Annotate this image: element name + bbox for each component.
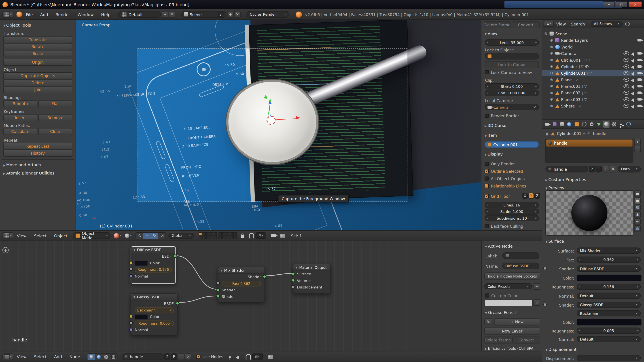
node-header[interactable]: Glossy BSDF <box>131 294 178 300</box>
outliner-row-plane[interactable]: ⊕ Plane | ▽ <box>542 76 644 83</box>
outliner-row-cylinder001[interactable]: ⊖ Cylinder.001 | ▽ <box>542 70 644 76</box>
outline-selected-checkbox[interactable]: Outline Selected <box>484 169 523 174</box>
object-tools-header[interactable]: Object Tools <box>3 23 31 27</box>
viewport-shading-icon[interactable] <box>114 233 119 238</box>
delete-frame-button[interactable]: Delete Frame <box>484 21 511 28</box>
manipulator-scale-icon[interactable]: ◿ <box>158 233 166 239</box>
breadcrumb-object[interactable]: Cylinder.001 <box>557 131 582 136</box>
remove-keyframe-button[interactable]: Remove <box>38 114 72 121</box>
remove-slot-button[interactable]: − <box>634 146 641 152</box>
node-editor[interactable]: + Diffuse BSDF BSDF Color Roughness: 0.1… <box>0 240 542 351</box>
expander-icon[interactable]: ⊖ <box>544 31 548 35</box>
maximize-button[interactable]: □ <box>616 1 628 7</box>
hide-icon[interactable] <box>624 104 629 108</box>
item-name-field[interactable]: Cylinder.001 <box>484 141 539 148</box>
node-label-field[interactable] <box>502 253 539 259</box>
efficiency-tools-header[interactable]: Efficiency Tools (Ctrl-SPA <box>485 346 533 350</box>
socket-shader2-in[interactable] <box>216 295 220 298</box>
socket-normal-in[interactable] <box>130 274 133 278</box>
new-layer-button[interactable]: New Layer <box>484 328 540 335</box>
row-label[interactable]: Cylinder <box>561 64 577 69</box>
row-label[interactable]: Plane <box>561 77 572 82</box>
snap-mode-select[interactable]: ⊞ ▾ <box>252 353 263 360</box>
outliner-row-scene[interactable]: ⊖ Scene <box>542 30 644 37</box>
custom-color-checkbox[interactable]: Custom Color <box>485 293 518 298</box>
add-slot-button[interactable]: + <box>634 139 641 145</box>
flat-button[interactable]: Flat <box>38 100 72 107</box>
preview-flat-button[interactable]: ▬ <box>634 190 641 197</box>
node-header[interactable]: Diffuse BSDF <box>131 247 175 253</box>
render-anim-icon[interactable] <box>280 234 285 238</box>
hide-icon[interactable] <box>624 77 629 81</box>
renderable-icon[interactable] <box>638 92 642 94</box>
roughness1-slider[interactable]: 0.156 <box>577 284 641 290</box>
render-engine-select[interactable]: Cycles Render▾ <box>246 11 289 18</box>
screen-layout-selector[interactable]: Default <box>118 11 161 18</box>
menu-file[interactable]: File <box>22 12 36 16</box>
preview-header[interactable]: Preview <box>546 185 564 190</box>
outliner-row-plane002[interactable]: ⊕ Plane.002 | ▽ <box>542 89 644 96</box>
outliner-row-circle001[interactable]: ⊕ Circle.001 | ▽ ⁘ <box>542 56 644 63</box>
grease-draw-icon[interactable]: ✎ <box>484 319 492 325</box>
fac-slider[interactable]: Fac: 0.362 <box>222 281 261 287</box>
minimize-button[interactable]: ─ <box>603 1 615 7</box>
renderable-icon[interactable] <box>638 72 642 74</box>
compositing-tree-icon[interactable] <box>102 354 110 360</box>
viewport-3d[interactable]: SLEEP/WAKE BUTTON 9.80 15.50 2.46 DETAIL… <box>76 20 482 231</box>
clip-end-slider[interactable]: End: 1000.000 <box>484 90 539 96</box>
tab-world[interactable] <box>566 121 572 127</box>
material-slot-item[interactable]: handle <box>546 139 632 146</box>
outliner-row-cylinder[interactable]: ⊕ Cylinder | ▽ <box>542 63 644 70</box>
clear-camera-icon[interactable]: ✕ <box>533 105 536 109</box>
socket-color-in[interactable] <box>130 315 133 318</box>
hide-icon[interactable] <box>624 71 629 75</box>
selectable-icon[interactable] <box>631 84 636 89</box>
local-camera-field[interactable]: Camera ✕ <box>484 104 539 110</box>
row-label[interactable]: Circle.001 <box>561 58 581 62</box>
expander-icon[interactable]: ⊕ <box>550 58 554 62</box>
scene-selector[interactable]: Scene 3 <box>181 11 226 18</box>
calculate-button[interactable]: Calculate <box>3 128 37 135</box>
tab-modifiers[interactable] <box>588 121 594 127</box>
grid-subdivisions-slider[interactable]: Subdivisions: 10 <box>484 215 539 221</box>
expander-icon[interactable]: ⊕ <box>550 84 554 88</box>
node-glossy-bsdf[interactable]: Glossy BSDF BSDF Beckmann Color Roughnes… <box>130 293 178 335</box>
socket-shader-out[interactable] <box>263 275 266 278</box>
row-label[interactable]: Plane.003 <box>561 97 580 101</box>
atomic-blender-utilities-panel[interactable]: Atomic Blender Utilities <box>3 171 54 175</box>
row-label[interactable]: RenderLayers <box>561 38 588 42</box>
move-and-attach-panel[interactable]: Move and Attach <box>3 162 41 167</box>
outliner-row-plane003[interactable]: ⊕ Plane.003 | ▽ <box>542 96 644 103</box>
editor-type-button[interactable]: ▾ <box>2 232 13 239</box>
smooth-button[interactable]: Smooth <box>3 100 37 107</box>
surface-header[interactable]: Surface <box>546 239 564 243</box>
color-presets-select[interactable]: Color Presets▾ <box>484 283 532 289</box>
history-button[interactable]: History <box>3 150 72 157</box>
grid-floor-checkbox[interactable]: Grid Floor <box>484 194 510 199</box>
lock-camera-to-view-checkbox[interactable]: Lock Camera to View <box>484 70 532 75</box>
translate-button[interactable]: Translate <box>3 36 72 43</box>
search-icon[interactable] <box>625 21 630 26</box>
menu-window[interactable]: Window <box>74 12 97 16</box>
distribution-select[interactable]: Beckmann <box>134 308 174 313</box>
shader1-select[interactable]: Diffuse BSDF▾ <box>577 266 641 272</box>
node-diffuse-bsdf[interactable]: Diffuse BSDF BSDF Color Roughness: 0.156… <box>130 246 176 284</box>
close-button[interactable]: ✕ <box>628 1 642 7</box>
view-panel-header[interactable]: View <box>484 31 497 36</box>
delete-frame-button[interactable]: Delete Frame <box>484 337 512 344</box>
menu-search[interactable]: Search <box>568 21 588 26</box>
selectable-icon[interactable] <box>631 51 636 56</box>
new-material-button[interactable]: + <box>602 166 609 172</box>
editor-type-button[interactable]: ▾ <box>2 353 13 360</box>
color-swatch[interactable] <box>134 260 148 266</box>
use-nodes-checkbox[interactable]: Use Nodes <box>196 354 223 359</box>
material-link-select[interactable]: Data▾ <box>618 166 641 172</box>
menu-select[interactable]: Select <box>30 355 50 359</box>
outliner-row-camera[interactable]: ⊕ Camera <box>542 50 644 56</box>
convert-button[interactable]: Convert <box>512 21 540 28</box>
selectable-icon[interactable] <box>631 103 636 108</box>
close-scene-button[interactable]: ✕ <box>234 11 240 18</box>
breadcrumb-material[interactable]: handle <box>593 131 606 136</box>
shader2-select[interactable]: Glossy BSDF▾ <box>577 302 641 308</box>
socket-bsdf-out[interactable] <box>176 302 179 305</box>
